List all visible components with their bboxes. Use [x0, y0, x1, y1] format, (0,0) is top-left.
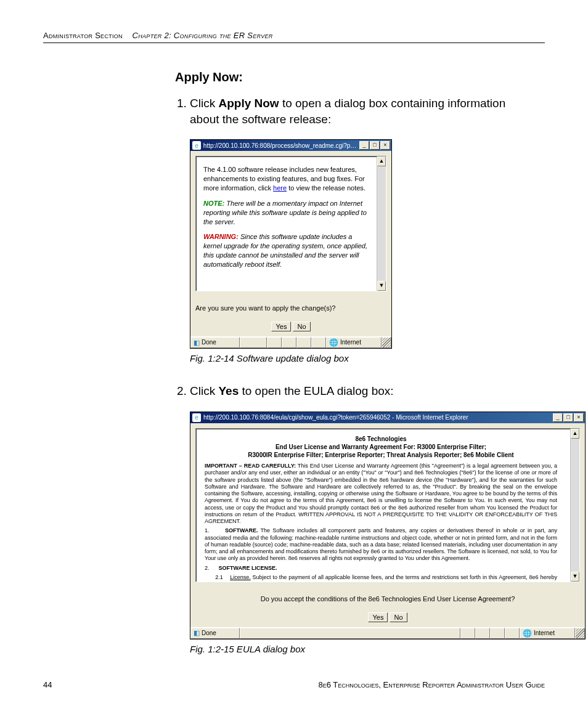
- scroll-up-icon[interactable]: ▲: [571, 429, 579, 439]
- ie-icon: e: [192, 413, 201, 422]
- step-1: Click Apply Now to open a dialog box con…: [190, 95, 533, 365]
- warning-label: WARNING:: [203, 233, 239, 240]
- scroll-down-icon[interactable]: ▼: [377, 281, 386, 291]
- section-heading: Apply Now:: [175, 70, 533, 84]
- done-icon: ◧: [194, 338, 200, 347]
- titlebar: e http://200.10.100.76:8084/eula/cgi/sho…: [190, 412, 585, 423]
- eula-confirm-text: Do you accept the conditions of the 8e6 …: [195, 594, 580, 604]
- eula-header-line3: R3000IR Enterprise Filter; Enterprise Re…: [205, 451, 557, 459]
- page-number: 44: [43, 680, 52, 689]
- yes-button[interactable]: Yes: [368, 612, 388, 622]
- scrollbar[interactable]: ▲ ▼: [377, 156, 386, 291]
- eula-text-panel: 8e6 Technologies End User License and Wa…: [195, 428, 580, 582]
- titlebar: e http://200.10.100.76:808/process/show_…: [190, 140, 391, 151]
- header-section: Administrator Section: [43, 31, 123, 40]
- release-notes-panel: The 4.1.00 software release includes new…: [195, 156, 386, 291]
- minimize-button[interactable]: _: [359, 141, 369, 150]
- note-label: NOTE:: [203, 200, 224, 207]
- confirm-text: Are you sure you want to apply the chang…: [195, 304, 386, 313]
- scroll-down-icon[interactable]: ▼: [571, 572, 579, 582]
- figure-1-caption: Fig. 1:2-14 Software update dialog box: [190, 352, 533, 365]
- eula-header-line2: End User License and Warranty Agreement …: [205, 443, 557, 451]
- no-button[interactable]: No: [293, 322, 310, 331]
- eula-company: 8e6 Technologies: [205, 435, 557, 443]
- resize-grip-icon[interactable]: [382, 337, 391, 348]
- book-title: 8e6 Technologies, Enterprise Reporter Ad…: [318, 680, 545, 689]
- ie-icon: e: [192, 141, 201, 150]
- running-header: Administrator Section Chapter 2: Configu…: [43, 31, 545, 43]
- maximize-button[interactable]: □: [370, 141, 380, 150]
- scroll-up-icon[interactable]: ▲: [377, 156, 386, 166]
- status-done: Done: [202, 629, 216, 638]
- window-title: http://200.10.100.76:808/process/show_re…: [203, 142, 357, 150]
- status-zone: Internet: [534, 629, 555, 638]
- no-button[interactable]: No: [390, 612, 407, 622]
- figure-2-caption: Fig. 1:2-15 EULA dialog box: [190, 643, 533, 655]
- status-bar: ◧ Done 🌐 Internet: [190, 336, 391, 348]
- yes-button[interactable]: Yes: [271, 322, 291, 331]
- status-bar: ◧ Done 🌐 Internet: [190, 627, 585, 639]
- status-zone: Internet: [340, 338, 361, 347]
- software-update-dialog: e http://200.10.100.76:808/process/show_…: [190, 139, 392, 349]
- internet-zone-icon: 🌐: [523, 628, 532, 638]
- eula-dialog: e http://200.10.100.76:8084/eula/cgi/sho…: [190, 412, 586, 639]
- step-2: Click Yes to open the EULA dialog box: e…: [190, 383, 533, 655]
- status-done: Done: [202, 338, 216, 347]
- resize-grip-icon[interactable]: [575, 628, 585, 639]
- release-notes-link[interactable]: here: [273, 184, 287, 192]
- header-chapter: Chapter 2: Configuring the ER Server: [133, 31, 273, 40]
- close-button[interactable]: ×: [574, 413, 584, 422]
- window-title: http://200.10.100.76:8084/eula/cgi/show_…: [203, 413, 550, 422]
- internet-zone-icon: 🌐: [329, 338, 338, 347]
- minimize-button[interactable]: _: [553, 413, 563, 422]
- done-icon: ◧: [194, 628, 200, 638]
- close-button[interactable]: ×: [380, 141, 390, 150]
- maximize-button[interactable]: □: [563, 413, 573, 422]
- scrollbar[interactable]: ▲ ▼: [570, 429, 579, 582]
- page-footer: 44 8e6 Technologies, Enterprise Reporter…: [43, 680, 545, 689]
